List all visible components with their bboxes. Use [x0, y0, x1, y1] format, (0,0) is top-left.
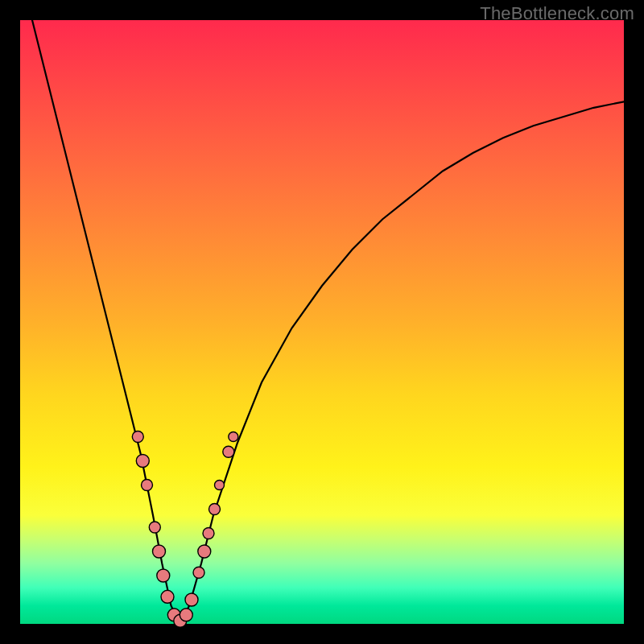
marker-dot [180, 609, 192, 621]
marker-dot [142, 480, 153, 491]
marker-dot [223, 446, 234, 457]
plot-area [20, 20, 624, 624]
chart-frame: TheBottleneck.com [0, 0, 644, 644]
marker-dot [198, 545, 211, 558]
marker-dot [136, 455, 149, 468]
markers-group [132, 431, 237, 628]
marker-dot [229, 432, 238, 442]
marker-dot [161, 590, 174, 603]
marker-dot [193, 567, 204, 578]
marker-dot [209, 504, 221, 515]
marker-dot [203, 528, 214, 539]
marker-dot [149, 522, 160, 533]
chart-svg [20, 20, 624, 624]
marker-dot [132, 431, 143, 443]
bottleneck-curve [32, 20, 624, 624]
marker-dot [157, 569, 170, 582]
marker-dot [185, 593, 198, 606]
marker-dot [153, 545, 166, 558]
marker-dot [215, 481, 225, 490]
